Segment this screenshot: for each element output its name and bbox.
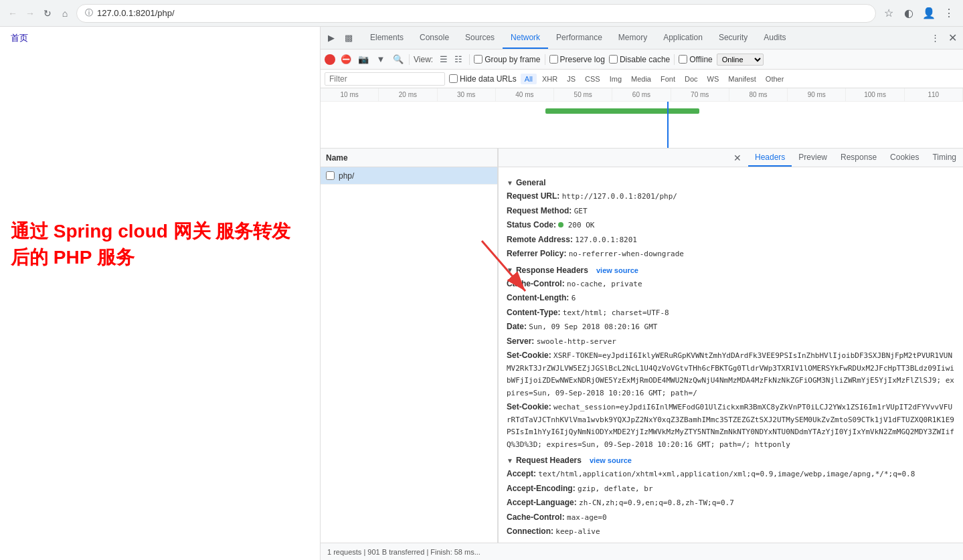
filter-xhr[interactable]: XHR — [538, 74, 561, 84]
search-network-button[interactable]: 🔍 — [391, 53, 405, 66]
filter-css[interactable]: CSS — [581, 74, 604, 84]
group-by-frame-label[interactable]: Group by frame — [474, 55, 540, 64]
tab-response[interactable]: Response — [834, 149, 883, 167]
disable-cache-label[interactable]: Disable cache — [609, 55, 670, 64]
filter-other[interactable]: Other — [762, 74, 788, 84]
lock-icon: ⓘ — [85, 7, 93, 19]
tab-sources[interactable]: Sources — [457, 27, 503, 49]
server-label: Server: — [507, 337, 534, 346]
referrer-policy-value: no-referrer-when-downgrade — [569, 250, 684, 258]
reload-button[interactable]: ↻ — [40, 6, 55, 21]
content-type-row: Content-Type: text/html; charset=UTF-8 — [507, 306, 955, 319]
grid-view-button[interactable]: ☷ — [452, 53, 465, 66]
hide-data-urls-label[interactable]: Hide data URLs — [449, 74, 517, 84]
tab-cookies[interactable]: Cookies — [883, 149, 926, 167]
filter-js[interactable]: JS — [563, 74, 580, 84]
tab-network[interactable]: Network — [503, 27, 548, 49]
menu-button[interactable]: ⋮ — [940, 5, 958, 22]
request-name: php/ — [339, 171, 354, 181]
preserve-log-label[interactable]: Preserve log — [549, 55, 605, 64]
filter-input[interactable] — [325, 72, 445, 86]
accept-value: text/html,application/xhtml+xml,applicat… — [538, 470, 915, 478]
filter-button[interactable]: ▼ — [374, 53, 387, 66]
details-tabs: ✕ Headers Preview Response Cookies Timin… — [499, 149, 963, 167]
tab-elements[interactable]: Elements — [362, 27, 412, 49]
request-headers-section-header[interactable]: ▼ Request Headers view source — [507, 456, 955, 465]
request-row-php[interactable]: php/ — [321, 167, 497, 185]
filter-manifest[interactable]: Manifest — [724, 74, 760, 84]
connection-row: Connection: keep-alive — [507, 525, 955, 538]
filter-ws[interactable]: WS — [703, 74, 723, 84]
forward-button[interactable]: → — [23, 6, 37, 21]
separator3 — [545, 54, 545, 65]
tab-console[interactable]: Console — [412, 27, 457, 49]
tick-70: 70 ms — [671, 88, 729, 101]
date-label: Date: — [507, 322, 527, 331]
devtools-icons: ▶ ▩ — [323, 30, 357, 46]
tab-timing[interactable]: Timing — [926, 149, 963, 167]
tab-application[interactable]: Application — [655, 27, 711, 49]
status-dot — [558, 222, 563, 227]
camera-button[interactable]: 📷 — [357, 53, 370, 66]
cache-control-req-row: Cache-Control: max-age=0 — [507, 511, 955, 524]
cache-control-label: Cache-Control: — [507, 279, 565, 288]
device-toolbar-button[interactable]: ▩ — [341, 30, 357, 46]
devtools-more-button[interactable]: ⋮ — [927, 30, 943, 46]
general-section-header[interactable]: ▼ General — [507, 178, 955, 187]
disable-cache-checkbox[interactable] — [609, 55, 618, 64]
clear-button[interactable]: ⛔ — [339, 53, 353, 66]
tab-performance[interactable]: Performance — [548, 27, 610, 49]
set-cookie-2-row: Set-Cookie: wechat_session=eyJpdiI6InlMW… — [507, 401, 955, 450]
offline-checkbox[interactable] — [679, 55, 687, 64]
set-cookie-1-row: Set-Cookie: XSRF-TOKEN=eyJpdiI6IklyWERuR… — [507, 349, 955, 399]
user-button[interactable]: 👤 — [920, 5, 938, 22]
status-code-row: Status Code: 200 OK — [507, 219, 955, 231]
close-panel-button[interactable]: ✕ — [729, 150, 746, 166]
offline-label[interactable]: Offline — [679, 55, 712, 64]
address-bar[interactable]: ⓘ 127.0.0.1:8201/php/ — [76, 4, 876, 23]
request-method-row: Request Method: GET — [507, 205, 955, 217]
inspect-element-button[interactable]: ▶ — [323, 30, 339, 46]
url-text: 127.0.0.1:8201/php/ — [97, 8, 175, 18]
devtools-panel: ▶ ▩ Elements Console Sources Network Per… — [320, 27, 963, 560]
filter-img[interactable]: Img — [606, 74, 626, 84]
throttle-select[interactable]: Online Fast 3G Slow 3G Offline — [717, 54, 764, 66]
filter-media[interactable]: Media — [627, 74, 655, 84]
tab-memory[interactable]: Memory — [610, 27, 655, 49]
tick-80: 80 ms — [729, 88, 788, 101]
preserve-log-checkbox[interactable] — [549, 55, 558, 64]
response-headers-section-header[interactable]: ▼ Response Headers view source — [507, 266, 955, 275]
page-home-link[interactable]: 首页 — [11, 33, 28, 43]
hide-data-urls-checkbox[interactable] — [449, 74, 458, 83]
name-column: Name php/ — [321, 149, 498, 543]
hide-data-urls-text: Hide data URLs — [460, 74, 517, 84]
filter-font[interactable]: Font — [656, 74, 679, 84]
devtools-close-button[interactable]: ✕ — [944, 30, 960, 46]
back-button[interactable]: ← — [5, 6, 20, 21]
home-button[interactable]: ⌂ — [58, 6, 72, 21]
list-view-button[interactable]: ☰ — [437, 53, 450, 66]
extensions-button[interactable]: ◐ — [900, 5, 917, 22]
cache-control-req-value: max-age=0 — [567, 513, 607, 522]
separator — [409, 54, 410, 65]
filter-all[interactable]: All — [521, 74, 537, 84]
response-view-source-link[interactable]: view source — [596, 266, 638, 274]
tab-preview[interactable]: Preview — [792, 149, 834, 167]
content-type-value: text/html; charset=UTF-8 — [563, 308, 669, 317]
request-view-source-link[interactable]: view source — [590, 456, 632, 464]
server-value: swoole-http-server — [537, 337, 616, 346]
tab-audits[interactable]: Audits — [756, 27, 794, 49]
set-cookie-1-label: Set-Cookie: — [507, 351, 551, 360]
row-checkbox[interactable] — [326, 171, 335, 180]
record-button[interactable] — [325, 54, 335, 65]
tab-headers[interactable]: Headers — [748, 149, 792, 167]
accept-language-value: zh-CN,zh;q=0.9,en;q=0.8,zh-TW;q=0.7 — [579, 498, 734, 507]
status-bar-text: 1 requests | 901 B transferred | Finish:… — [327, 548, 480, 556]
cache-control-row: Cache-Control: no-cache, private — [507, 278, 955, 290]
tick-20: 20 ms — [379, 88, 437, 101]
offline-text: Offline — [689, 55, 712, 64]
tab-security[interactable]: Security — [711, 27, 756, 49]
group-by-frame-checkbox[interactable] — [474, 55, 483, 64]
bookmark-button[interactable]: ☆ — [880, 5, 897, 22]
filter-doc[interactable]: Doc — [681, 74, 702, 84]
